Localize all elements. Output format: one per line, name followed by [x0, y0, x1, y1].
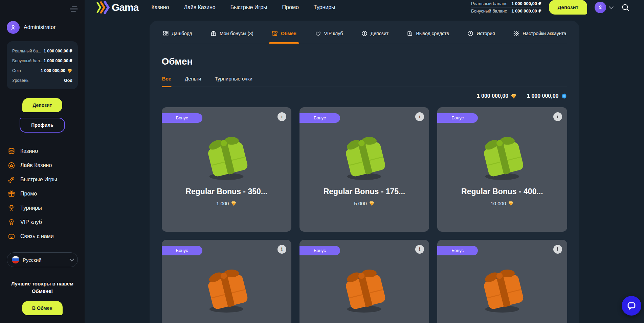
tab-history[interactable]: История	[466, 30, 495, 43]
nav-casino[interactable]: Казино	[151, 4, 169, 10]
info-icon[interactable]: i	[415, 112, 424, 121]
info-icon[interactable]: i	[277, 112, 286, 121]
bonus-title: Regular Bonus - 400...	[461, 187, 543, 196]
gear-icon	[513, 30, 520, 37]
live-casino-icon	[7, 161, 16, 169]
sidebar-item-casino[interactable]: Казино	[7, 144, 78, 158]
info-icon[interactable]: i	[553, 245, 562, 254]
bonus-badge: Бонус	[162, 113, 202, 123]
nav-promo[interactable]: Промо	[282, 4, 299, 10]
coin-gem-icon	[67, 68, 72, 73]
rocket-icon	[7, 176, 16, 184]
bonus-card[interactable]: Бонус i Regular Bonus - 175... 5 000	[299, 107, 429, 232]
stat-bonus-balance: Бонусный бал... 1 000 000,00 ₽	[12, 56, 73, 66]
stat-real-balance: Реальный ба... 1 000 000,00 ₽	[12, 46, 73, 56]
top-nav: Казино Лайв Казино Быстрые Игры Промо Ту…	[151, 4, 335, 10]
info-icon[interactable]: i	[415, 245, 424, 254]
wallet-points: 1 000 000,00	[527, 93, 567, 99]
header-bonus-balance: Бонусный баланс 1 000 000,00 ₽	[471, 7, 541, 15]
go-to-exchange-button[interactable]: В Обмен	[22, 301, 63, 315]
header-balances: Реальный баланс 1 000 000,00 ₽ Бонусный …	[471, 0, 541, 15]
wallet-balances: 1 000 000,00 1 000 000,00	[162, 93, 567, 99]
tab-exchange[interactable]: Обмен	[271, 30, 297, 43]
logo-text: Gama	[112, 2, 138, 13]
header-real-balance: Реальный баланс 1 000 000,00 ₽	[471, 0, 541, 7]
sidebar-item-promo[interactable]: Промо	[7, 187, 78, 201]
gift-box-image	[337, 128, 391, 182]
search-button[interactable]	[620, 2, 631, 13]
tab-deposit[interactable]: Депозит	[360, 30, 389, 43]
sidebar-user[interactable]: Administrator	[7, 21, 78, 34]
bonus-cards-grid: Бонус i Regular Bonus - 350... 1 000	[162, 107, 567, 323]
heart-icon	[315, 30, 321, 37]
account-tabs: Дашборд Мои бонусы (3) Обмен VIP клуб Де…	[162, 21, 567, 43]
sidebar-item-vip-club[interactable]: VIP клуб	[7, 215, 78, 229]
tab-my-bonuses[interactable]: Мои бонусы (3)	[209, 30, 254, 43]
gift-box-image	[475, 128, 529, 182]
user-avatar	[595, 2, 606, 13]
tab-dashboard[interactable]: Дашборд	[162, 30, 193, 43]
bonus-price: 1 000	[216, 201, 237, 206]
filter-all[interactable]: Все	[162, 76, 172, 87]
sidebar-profile-button[interactable]: Профиль	[20, 118, 65, 133]
history-icon	[467, 30, 474, 37]
russian-flag-icon	[12, 256, 19, 263]
logo-chevrons-icon	[96, 1, 110, 14]
account-menu[interactable]	[595, 2, 612, 13]
user-avatar	[7, 21, 20, 34]
coin-gem-icon	[511, 93, 517, 99]
sidebar-promo-heading: Лучшие товары в нашем Обмене!	[7, 280, 78, 295]
chat-icon	[7, 232, 16, 240]
language-selector[interactable]: Русский	[7, 252, 78, 267]
info-icon[interactable]: i	[277, 245, 286, 254]
stat-level: Уровень God	[12, 76, 73, 85]
logo[interactable]: Gama	[96, 1, 138, 14]
chat-bubble-icon	[626, 301, 637, 311]
sidebar-deposit-button[interactable]: Депозит	[22, 98, 62, 112]
top-header: Gama Казино Лайв Казино Быстрые Игры Про…	[85, 0, 644, 15]
person-icon	[597, 4, 604, 11]
tab-withdrawal[interactable]: Вывод средств	[406, 30, 450, 43]
sidebar-collapse-icon[interactable]	[70, 5, 79, 13]
gift-box-image	[199, 128, 253, 182]
sidebar-item-tournaments[interactable]: Турниры	[7, 201, 78, 215]
bonus-card[interactable]: Бонус i	[162, 240, 291, 323]
filter-money[interactable]: Деньги	[184, 76, 201, 87]
nav-tournaments[interactable]: Турниры	[314, 4, 335, 10]
bonus-price: 5 000	[354, 201, 375, 206]
info-icon[interactable]: i	[553, 112, 562, 121]
sidebar-item-live-casino[interactable]: Лайв Казино	[7, 158, 78, 172]
bonus-title: Regular Bonus - 350...	[185, 187, 267, 196]
balance-panel: Реальный ба... 1 000 000,00 ₽ Бонусный б…	[7, 41, 78, 89]
tab-account-settings[interactable]: Настройки аккаунта	[512, 30, 567, 43]
filter-tournament-points[interactable]: Турнирные очки	[214, 76, 252, 87]
account-panel: Дашборд Мои бонусы (3) Обмен VIP клуб Де…	[150, 21, 579, 323]
stat-coin: Coin 1 000 000,00	[12, 66, 73, 76]
chevron-down-icon	[69, 257, 74, 261]
header-deposit-button[interactable]: Депозит	[549, 0, 587, 15]
exchange-filters: Все Деньги Турнирные очки	[162, 76, 567, 87]
shop-icon	[271, 30, 278, 37]
gift-box-image	[199, 261, 253, 315]
bonus-card[interactable]: Бонус i	[299, 240, 429, 323]
bonus-card[interactable]: Бонус i Regular Bonus - 400... 10 00	[437, 107, 567, 232]
bonus-badge: Бонус	[299, 113, 340, 123]
tab-vip-club[interactable]: VIP клуб	[314, 30, 344, 43]
sidebar-item-contact-us[interactable]: Связь с нами	[7, 229, 78, 244]
bonus-badge: Бонус	[437, 113, 478, 123]
nav-fast-games[interactable]: Быстрые Игры	[230, 4, 267, 10]
bonus-card[interactable]: Бонус i Regular Bonus - 350... 1 000	[162, 107, 291, 232]
sidebar-item-fast-games[interactable]: Быстрые Игры	[7, 172, 78, 187]
coin-gem-icon	[369, 201, 375, 206]
bonus-card[interactable]: Бонус i	[437, 240, 567, 323]
chevron-down-icon	[609, 4, 614, 9]
bonus-price: 10 000	[490, 201, 514, 206]
wallet-coins: 1 000 000,00	[477, 93, 517, 99]
live-chat-button[interactable]	[622, 296, 641, 316]
nav-live-casino[interactable]: Лайв Казино	[184, 4, 215, 10]
sidebar-menu: Казино Лайв Казино Быстрые Игры Промо Ту…	[7, 144, 78, 244]
blue-gem-icon	[561, 93, 567, 99]
sidebar: Administrator Реальный ба... 1 000 000,0…	[0, 0, 85, 323]
bonus-title: Regular Bonus - 175...	[324, 187, 405, 196]
bonus-badge: Бонус	[162, 246, 202, 255]
